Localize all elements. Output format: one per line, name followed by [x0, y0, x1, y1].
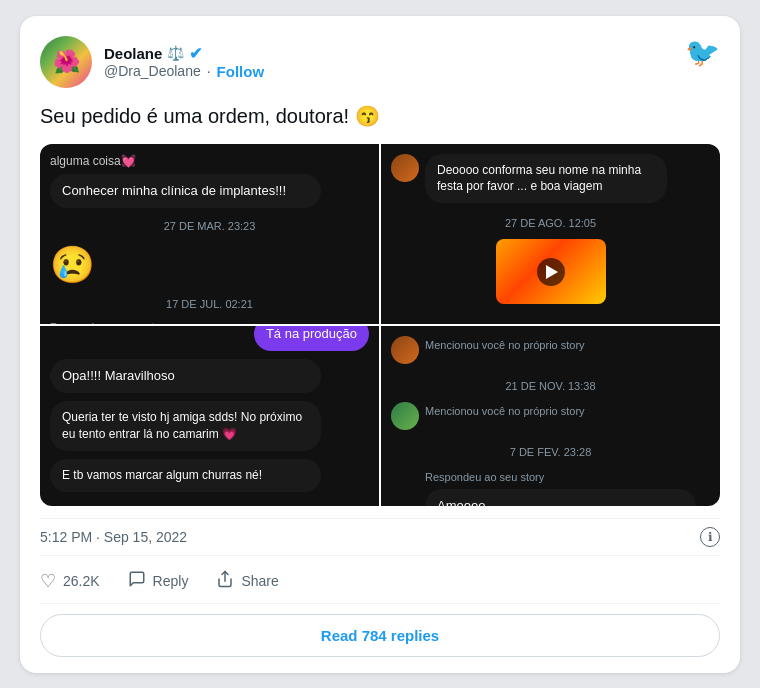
br-bubble-amoooo: Amoooo [425, 489, 696, 506]
tweet-time: 5:12 PM [40, 529, 92, 545]
br-row2: Mencionou você no próprio story [391, 402, 710, 430]
user-name-row: Deolane ⚖️ ✔ [104, 44, 264, 63]
user-handle-row: @Dra_Deolane · Follow [104, 63, 264, 80]
reply-label: Reply [153, 573, 189, 589]
user-name: Deolane [104, 45, 162, 62]
tweet-card: 🌺 Deolane ⚖️ ✔ @Dra_Deolane · Follow 🐦 S… [20, 16, 740, 673]
like-icon: ♡ [40, 570, 56, 592]
avatar-image: 🌺 [40, 36, 92, 88]
br-sub1: Mencionou você no próprio story [425, 339, 585, 351]
verified-badge: ✔ [189, 44, 202, 63]
twitter-logo: 🐦 [685, 36, 720, 69]
tr-date: 27 DE AGO. 12:05 [391, 217, 710, 229]
header-left: 🌺 Deolane ⚖️ ✔ @Dra_Deolane · Follow [40, 36, 264, 88]
follow-button[interactable]: Follow [217, 63, 265, 80]
tl-sub: Respondeu ao seu story [50, 321, 369, 324]
play-button[interactable] [537, 258, 565, 286]
tweet-actions: ♡ 26.2K Reply Share [40, 566, 720, 604]
br-sub3: Respondeu ao seu story [425, 471, 710, 483]
reply-button[interactable]: Reply [128, 570, 189, 593]
comment-icon [128, 570, 146, 593]
share-button[interactable]: Share [216, 570, 278, 593]
user-handle: @Dra_Deolane [104, 63, 201, 79]
info-icon[interactable]: ℹ [700, 527, 720, 547]
br-sub2: Mencionou você no próprio story [425, 405, 585, 417]
grid-cell-bottom-right: Mencionou você no próprio story 21 DE NO… [381, 326, 720, 506]
image-grid: alguma coisa💓 Conhecer minha clínica de … [40, 144, 720, 506]
bl-bubble3: E tb vamos marcar algum churras né! [50, 459, 321, 492]
share-icon [216, 570, 234, 593]
tl-date1: 27 DE MAR. 23:23 [50, 220, 369, 232]
grid-cell-bottom-left: Tá na produção Opa!!!! Maravilhoso Queri… [40, 326, 379, 506]
user-info: Deolane ⚖️ ✔ @Dra_Deolane · Follow [104, 44, 264, 80]
tweet-timestamp: 5:12 PM · Sep 15, 2022 [40, 529, 187, 545]
read-replies-button[interactable]: Read 784 replies [40, 614, 720, 657]
play-triangle-icon [546, 265, 558, 279]
meta-separator: · [96, 529, 100, 545]
tr-video-thumb [496, 239, 606, 304]
tweet-meta: 5:12 PM · Sep 15, 2022 ℹ [40, 518, 720, 556]
like-button[interactable]: ♡ 26.2K [40, 570, 100, 592]
br-date1: 21 DE NOV. 13:38 [391, 380, 710, 392]
tr-avatar1 [391, 154, 419, 182]
tl-line1: alguma coisa💓 [50, 154, 369, 168]
br-avatar1 [391, 336, 419, 364]
tweet-header: 🌺 Deolane ⚖️ ✔ @Dra_Deolane · Follow 🐦 [40, 36, 720, 88]
grid-cell-top-right: Deoooo conforma seu nome na minha festa … [381, 144, 720, 324]
bl-bubble-purple: Tá na produção [254, 326, 369, 351]
tweet-date: Sep 15, 2022 [104, 529, 187, 545]
tr-bubble: Deoooo conforma seu nome na minha festa … [425, 154, 667, 204]
dot-separator: · [207, 63, 211, 79]
name-suffix: ⚖️ [167, 45, 184, 61]
share-label: Share [241, 573, 278, 589]
bl-bubble2: Queria ter te visto hj amiga sdds! No pr… [50, 401, 321, 451]
like-count: 26.2K [63, 573, 100, 589]
avatar: 🌺 [40, 36, 92, 88]
br-row1: Mencionou você no próprio story [391, 336, 710, 364]
tweet-text: Seu pedido é uma ordem, doutora! 😙 [40, 102, 720, 130]
bl-bubble1: Opa!!!! Maravilhoso [50, 359, 321, 393]
br-date2: 7 DE FEV. 23:28 [391, 446, 710, 458]
br-avatar2 [391, 402, 419, 430]
tl-emoji: 😢 [50, 244, 369, 286]
grid-cell-top-left: alguma coisa💓 Conhecer minha clínica de … [40, 144, 379, 324]
tl-bubble1: Conhecer minha clínica de implantes!!! [50, 174, 321, 208]
tl-date2: 17 DE JUL. 02:21 [50, 298, 369, 310]
